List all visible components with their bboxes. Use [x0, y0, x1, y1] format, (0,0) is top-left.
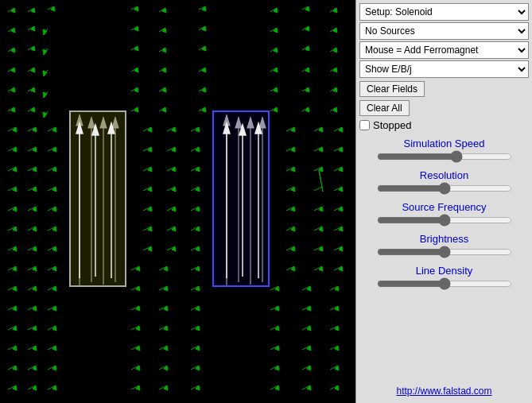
svg-marker-227 [196, 246, 200, 251]
source-frequency-slider[interactable] [377, 214, 512, 227]
svg-marker-355 [275, 386, 279, 390]
svg-marker-167 [52, 187, 56, 192]
svg-marker-329 [52, 366, 56, 370]
svg-marker-99 [162, 107, 166, 112]
mouse-select[interactable]: Mouse = Add Ferromagnet [359, 41, 529, 59]
svg-marker-253 [13, 286, 17, 291]
svg-marker-261 [164, 286, 168, 291]
svg-marker-97 [134, 107, 138, 112]
svg-marker-199 [13, 227, 17, 231]
svg-marker-201 [33, 227, 37, 231]
svg-marker-235 [13, 266, 17, 271]
svg-marker-93 [31, 107, 35, 112]
source-frequency-section: Source Frequency [359, 201, 529, 227]
svg-marker-259 [136, 286, 140, 291]
svg-marker-31 [274, 28, 278, 33]
svg-marker-79 [134, 87, 138, 92]
svg-marker-279 [164, 306, 168, 311]
svg-marker-205 [148, 227, 152, 231]
svg-marker-263 [196, 286, 200, 291]
svg-marker-75 [31, 87, 35, 92]
svg-marker-133 [148, 147, 152, 152]
stopped-row: Stopped [359, 119, 529, 131]
svg-marker-69 [305, 68, 309, 72]
line-density-slider[interactable] [377, 277, 512, 290]
svg-marker-11 [202, 6, 206, 11]
credit-link[interactable]: http://www.falstad.com [359, 382, 529, 400]
svg-marker-127 [13, 147, 17, 152]
svg-marker-25 [134, 26, 138, 31]
show-select[interactable]: Show E/B/j [359, 60, 529, 78]
svg-marker-217 [13, 246, 17, 251]
svg-marker-231 [319, 246, 323, 251]
svg-marker-233 [339, 246, 343, 251]
simulation-speed-slider[interactable] [377, 150, 512, 163]
svg-marker-313 [136, 346, 140, 351]
svg-marker-215 [339, 227, 343, 231]
svg-marker-53 [333, 48, 337, 52]
line-density-section: Line Density [359, 265, 529, 290]
svg-marker-89 [333, 87, 337, 92]
svg-marker-121 [148, 127, 152, 132]
svg-marker-175 [291, 187, 295, 192]
svg-marker-179 [339, 187, 343, 192]
svg-marker-141 [319, 147, 323, 152]
clear-all-button[interactable]: Clear All [359, 100, 410, 116]
svg-marker-151 [148, 167, 152, 172]
svg-marker-19 [11, 28, 15, 33]
resolution-slider[interactable] [377, 182, 512, 195]
svg-marker-273 [33, 306, 37, 311]
svg-marker-207 [172, 227, 176, 231]
svg-marker-309 [33, 346, 37, 351]
svg-marker-21 [31, 26, 35, 31]
simulation-canvas[interactable] [0, 0, 355, 403]
svg-marker-183 [33, 207, 37, 211]
svg-marker-81 [162, 87, 166, 92]
svg-marker-267 [307, 286, 311, 291]
svg-marker-105 [305, 107, 309, 112]
setup-select[interactable]: Setup: Solenoid [359, 3, 529, 21]
svg-marker-163 [13, 187, 17, 192]
svg-marker-49 [274, 48, 278, 52]
svg-marker-317 [196, 346, 200, 351]
svg-marker-191 [196, 207, 200, 211]
svg-marker-119 [52, 127, 56, 132]
svg-marker-243 [164, 266, 168, 271]
svg-marker-129 [33, 147, 37, 152]
svg-marker-109 [291, 127, 295, 132]
svg-marker-83 [202, 87, 206, 92]
svg-marker-101 [202, 107, 206, 112]
stopped-checkbox[interactable] [359, 120, 370, 130]
svg-marker-219 [33, 246, 37, 251]
svg-marker-33 [305, 26, 309, 31]
brightness-label: Brightness [420, 233, 468, 245]
svg-marker-301 [275, 326, 279, 331]
svg-marker-51 [305, 46, 309, 51]
svg-marker-3 [31, 8, 35, 13]
svg-marker-117 [33, 127, 37, 132]
svg-marker-85 [274, 87, 278, 92]
svg-marker-103 [274, 107, 278, 112]
svg-marker-237 [33, 266, 37, 271]
svg-marker-9 [162, 8, 166, 13]
clear-fields-button[interactable]: Clear Fields [359, 81, 425, 97]
svg-marker-271 [13, 306, 17, 311]
source-frequency-label: Source Frequency [402, 201, 486, 213]
svg-marker-17 [333, 8, 337, 13]
brightness-slider[interactable] [377, 246, 512, 258]
sidebar: Setup: Solenoid No Sources Mouse = Add F… [355, 0, 532, 403]
svg-marker-239 [52, 266, 56, 271]
svg-marker-35 [333, 28, 337, 33]
svg-marker-137 [196, 147, 200, 152]
clear-all-row: Clear All [359, 100, 529, 116]
source-select[interactable]: No Sources [359, 22, 529, 40]
svg-marker-319 [275, 346, 279, 351]
button-row: Clear Fields [359, 81, 529, 97]
svg-marker-27 [162, 28, 166, 33]
svg-marker-187 [148, 207, 152, 211]
svg-marker-303 [307, 326, 311, 331]
svg-marker-63 [162, 68, 166, 72]
svg-marker-331 [136, 366, 140, 370]
svg-marker-189 [172, 207, 176, 211]
svg-marker-71 [333, 68, 337, 72]
